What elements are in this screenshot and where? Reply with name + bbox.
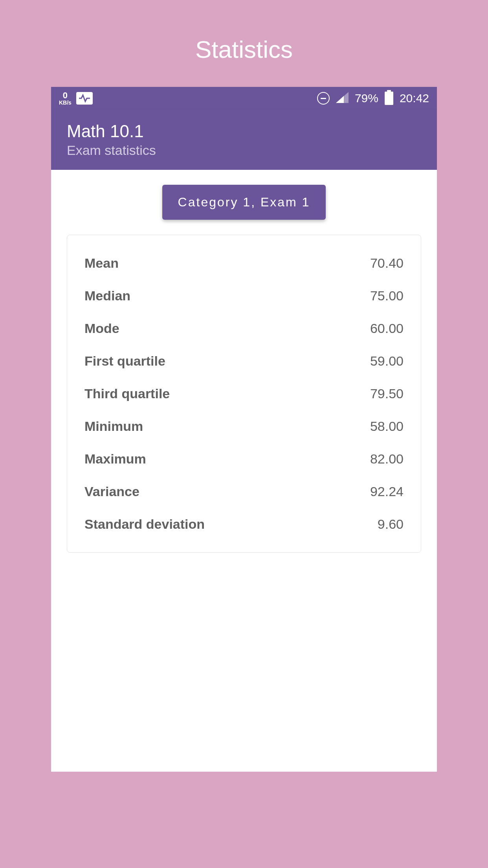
statistics-card: Mean 70.40 Median 75.00 Mode 60.00 First… — [67, 235, 421, 553]
stat-label: Standard deviation — [84, 517, 205, 532]
stat-label: Variance — [84, 484, 139, 499]
stat-value: 79.50 — [370, 386, 404, 401]
status-bar-left: 0 KB/s — [59, 91, 93, 105]
stat-value: 75.00 — [370, 288, 404, 303]
clock: 20:42 — [400, 92, 429, 105]
network-speed-value: 0 — [63, 91, 68, 100]
activity-icon — [76, 92, 93, 105]
stat-value: 58.00 — [370, 419, 404, 434]
battery-icon — [385, 92, 393, 105]
stat-row-mode: Mode 60.00 — [84, 312, 404, 345]
stat-label: Mean — [84, 256, 119, 271]
stat-label: Mode — [84, 321, 119, 336]
battery-percent: 79% — [355, 92, 378, 105]
stat-value: 82.00 — [370, 451, 404, 467]
stat-label: Minimum — [84, 419, 143, 434]
status-bar-right: 79% 20:42 — [317, 92, 429, 105]
stat-label: First quartile — [84, 353, 165, 369]
stat-row-standard-deviation: Standard deviation 9.60 — [84, 508, 404, 541]
do-not-disturb-icon — [317, 92, 330, 105]
page-title: Statistics — [195, 35, 293, 63]
stat-value: 59.00 — [370, 353, 404, 369]
stat-row-variance: Variance 92.24 — [84, 475, 404, 508]
stat-row-minimum: Minimum 58.00 — [84, 410, 404, 443]
category-selector-button[interactable]: Category 1, Exam 1 — [162, 185, 326, 220]
stat-row-third-quartile: Third quartile 79.50 — [84, 377, 404, 410]
stat-value: 9.60 — [378, 517, 404, 532]
stat-row-mean: Mean 70.40 — [84, 247, 404, 280]
stat-label: Third quartile — [84, 386, 170, 401]
network-speed-unit: KB/s — [59, 100, 72, 105]
stat-row-median: Median 75.00 — [84, 280, 404, 312]
stat-row-first-quartile: First quartile 59.00 — [84, 345, 404, 377]
stat-value: 92.24 — [370, 484, 404, 499]
stat-label: Median — [84, 288, 130, 303]
app-header: Math 10.1 Exam statistics — [51, 110, 437, 170]
stat-row-maximum: Maximum 82.00 — [84, 443, 404, 475]
stat-value: 70.40 — [370, 256, 404, 271]
network-speed-indicator: 0 KB/s — [59, 91, 72, 105]
app-title: Math 10.1 — [67, 121, 421, 141]
status-bar: 0 KB/s 79% 20:42 — [51, 87, 437, 110]
app-subtitle: Exam statistics — [67, 143, 421, 158]
stat-label: Maximum — [84, 451, 146, 467]
device-frame: 0 KB/s 79% 20:42 Mat — [51, 87, 437, 772]
stat-value: 60.00 — [370, 321, 404, 336]
content-area: Category 1, Exam 1 Mean 70.40 Median 75.… — [51, 170, 437, 772]
cellular-signal-icon — [336, 92, 349, 105]
